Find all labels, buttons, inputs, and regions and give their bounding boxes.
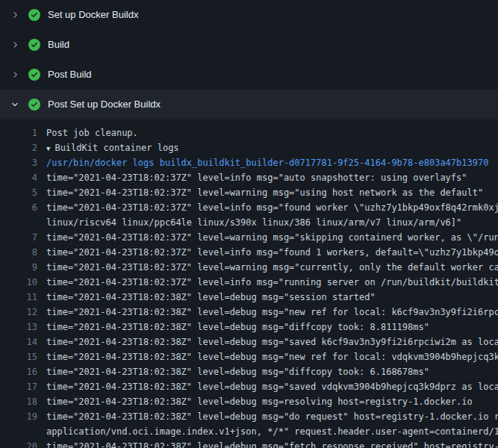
line-number[interactable]: 2 (0, 140, 37, 155)
log-line-6: 6time="2021-04-23T18:02:37Z" level=info … (0, 200, 498, 215)
chevron-right-icon[interactable] (9, 9, 21, 21)
log-line-13: 13time="2021-04-23T18:02:38Z" level=debu… (0, 320, 498, 335)
log-text: time="2021-04-23T18:02:37Z" level=info m… (46, 275, 498, 290)
command-text[interactable]: /usr/bin/docker logs buildx_buildkit_bui… (46, 155, 488, 170)
log-line-18: 18time="2021-04-23T18:02:38Z" level=debu… (0, 394, 498, 409)
log-text: application/vnd.oci.image.index.v1+json,… (46, 424, 498, 439)
actions-log-viewer: Set up Docker BuildxBuildPost BuildPost … (0, 0, 498, 448)
line-number[interactable]: 20 (0, 439, 37, 448)
log-line-16: 16time="2021-04-23T18:02:38Z" level=debu… (0, 364, 498, 379)
log-line-19: 19time="2021-04-23T18:02:38Z" level=debu… (0, 409, 498, 424)
chevron-right-icon[interactable] (9, 39, 21, 51)
log-text: time="2021-04-23T18:02:38Z" level=debug … (46, 379, 498, 394)
step-label: Set up Docker Buildx (48, 9, 138, 21)
step-label: Post Build (48, 69, 92, 81)
log-line-9: 9time="2021-04-23T18:02:37Z" level=warni… (0, 260, 498, 275)
line-number[interactable]: 1 (0, 125, 37, 140)
log-line-3: 3/usr/bin/docker logs buildx_buildkit_bu… (0, 155, 498, 170)
log-text: time="2021-04-23T18:02:37Z" level=warnin… (46, 185, 483, 200)
log-text: time="2021-04-23T18:02:38Z" level=debug … (46, 439, 498, 448)
line-number[interactable]: 16 (0, 364, 37, 379)
log-text: time="2021-04-23T18:02:37Z" level=info m… (46, 200, 498, 215)
line-number[interactable]: 9 (0, 260, 37, 275)
log-line-7: 7time="2021-04-23T18:02:37Z" level=warni… (0, 230, 498, 245)
group-title[interactable]: BuildKit container logs (55, 140, 178, 155)
log-text: time="2021-04-23T18:02:38Z" level=debug … (46, 409, 498, 424)
log-text: time="2021-04-23T18:02:38Z" level=debug … (46, 290, 376, 305)
line-number[interactable]: 15 (0, 349, 37, 364)
log-text: time="2021-04-23T18:02:37Z" level=warnin… (46, 260, 498, 275)
line-number[interactable]: 14 (0, 335, 37, 349)
line-number[interactable]: 19 (0, 409, 37, 424)
line-number[interactable]: 6 (0, 200, 37, 215)
group-toggle-icon[interactable]: ▼ (46, 141, 50, 155)
log-text: time="2021-04-23T18:02:38Z" level=debug … (46, 349, 498, 364)
log-line-14: 14time="2021-04-23T18:02:38Z" level=debu… (0, 335, 498, 349)
log-text: time="2021-04-23T18:02:38Z" level=debug … (46, 364, 429, 379)
check-circle-icon (28, 9, 40, 21)
chevron-right-icon[interactable] (9, 69, 21, 81)
log-line-11: 11time="2021-04-23T18:02:38Z" level=debu… (0, 290, 498, 305)
check-circle-icon (28, 39, 40, 51)
log-line-4: 4time="2021-04-23T18:02:37Z" level=info … (0, 170, 498, 185)
line-number[interactable]: 12 (0, 305, 37, 320)
line-number[interactable]: 17 (0, 379, 37, 394)
log-text: time="2021-04-23T18:02:37Z" level=info m… (46, 245, 498, 260)
line-number[interactable]: 7 (0, 230, 37, 245)
line-number[interactable]: 18 (0, 394, 37, 409)
step-row-post-build[interactable]: Post Build (0, 60, 498, 90)
line-number[interactable]: 11 (0, 290, 37, 305)
log-line-10: 10time="2021-04-23T18:02:37Z" level=info… (0, 275, 498, 290)
log-line-17: 17time="2021-04-23T18:02:38Z" level=debu… (0, 379, 498, 394)
log-text: time="2021-04-23T18:02:37Z" level=warnin… (46, 230, 498, 245)
step-row-set-up-docker-buildx[interactable]: Set up Docker Buildx (0, 0, 498, 30)
step-label: Post Set up Docker Buildx (48, 99, 161, 111)
log-text: time="2021-04-23T18:02:38Z" level=debug … (46, 305, 498, 320)
log-text: time="2021-04-23T18:02:38Z" level=debug … (46, 320, 429, 335)
log-text: Post job cleanup. (46, 125, 138, 140)
steps-list: Set up Docker BuildxBuildPost BuildPost … (0, 0, 498, 119)
log-text: linux/riscv64 linux/ppc64le linux/s390x … (46, 215, 461, 230)
line-number[interactable]: 4 (0, 170, 37, 185)
log-line-2: 2▼BuildKit container logs (0, 140, 498, 155)
check-circle-icon (28, 69, 40, 81)
log-line-continuation: linux/riscv64 linux/ppc64le linux/s390x … (0, 215, 498, 230)
log-text: time="2021-04-23T18:02:38Z" level=debug … (46, 394, 473, 409)
log-line-5: 5time="2021-04-23T18:02:37Z" level=warni… (0, 185, 498, 200)
step-row-build[interactable]: Build (0, 30, 498, 60)
log-line-continuation: application/vnd.oci.image.index.v1+json,… (0, 424, 498, 439)
line-number[interactable]: 3 (0, 155, 37, 170)
step-row-post-set-up-docker-buildx[interactable]: Post Set up Docker Buildx (0, 90, 498, 119)
log-line-15: 15time="2021-04-23T18:02:38Z" level=debu… (0, 349, 498, 364)
line-number[interactable]: 13 (0, 320, 37, 335)
log-text: time="2021-04-23T18:02:37Z" level=info m… (46, 170, 467, 185)
log-line-1: 1Post job cleanup. (0, 125, 498, 140)
log-area: 1Post job cleanup.2▼BuildKit container l… (0, 119, 498, 448)
line-number[interactable]: 8 (0, 245, 37, 260)
chevron-down-icon[interactable] (9, 99, 21, 111)
log-line-8: 8time="2021-04-23T18:02:37Z" level=info … (0, 245, 498, 260)
log-line-12: 12time="2021-04-23T18:02:38Z" level=debu… (0, 305, 498, 320)
log-line-20: 20time="2021-04-23T18:02:38Z" level=debu… (0, 439, 498, 448)
step-label: Build (48, 39, 69, 51)
line-number[interactable]: 5 (0, 185, 37, 200)
line-number[interactable]: 10 (0, 275, 37, 290)
log-text: time="2021-04-23T18:02:38Z" level=debug … (46, 335, 498, 349)
check-circle-icon (28, 99, 40, 111)
